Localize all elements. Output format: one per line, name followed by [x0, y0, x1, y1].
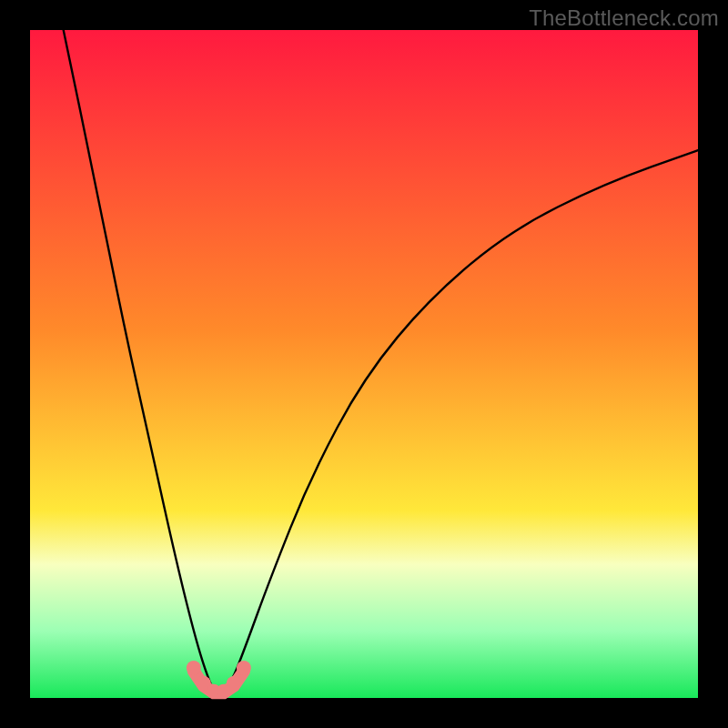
- watermark-text: TheBottleneck.com: [529, 5, 719, 31]
- outer-frame: TheBottleneck.com: [0, 0, 728, 728]
- plot-area: [30, 30, 698, 698]
- marker-dot: [187, 661, 201, 675]
- chart-svg: [30, 30, 698, 698]
- marker-dot: [237, 661, 251, 675]
- bottleneck-curve: [64, 30, 698, 693]
- marker-dot: [227, 676, 241, 691]
